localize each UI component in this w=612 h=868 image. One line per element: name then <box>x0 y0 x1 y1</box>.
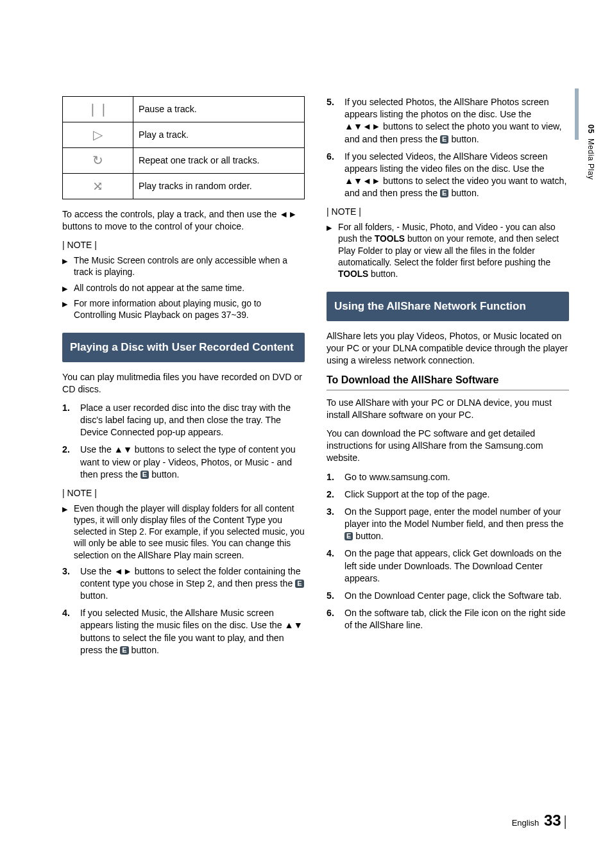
step-text: Place a user recorded disc into the disc… <box>80 402 305 439</box>
note-item: ▶Even though the player will display fol… <box>62 503 305 562</box>
step-list-b: 3.Use the ◄► buttons to select the folde… <box>62 565 305 656</box>
step-number: 2. <box>327 488 344 501</box>
note-text: For all folders, - Music, Photo, and Vid… <box>338 222 569 280</box>
step-item: 4.On the page that appears, click Get do… <box>327 547 569 585</box>
table-row: ⤨ Play tracks in random order. <box>63 174 305 199</box>
step-text: If you selected Videos, the AllShare Vid… <box>344 151 569 200</box>
section-heading-2: Using the AllShare Network Function <box>327 292 569 321</box>
enter-icon: E <box>440 135 448 144</box>
enter-icon: E <box>440 189 448 197</box>
step-text: On the Download Center page, click the S… <box>344 590 561 602</box>
step-text: If you selected Music, the Allshare Musi… <box>80 607 305 656</box>
step-item: 6.If you selected Videos, the AllShare V… <box>327 151 569 200</box>
control-desc: Play tracks in random order. <box>133 174 305 199</box>
page-footer: English 33 | <box>512 812 567 830</box>
para4: You can download the PC software and get… <box>327 428 569 465</box>
note-item: ▶For more information about playing musi… <box>62 298 305 321</box>
para3: To use AllShare with your PC or DLNA dev… <box>327 397 569 421</box>
step-number: 1. <box>327 471 344 483</box>
bullet-icon: ▶ <box>62 255 74 278</box>
play-icon: ▷ <box>63 122 133 148</box>
step-number: 4. <box>327 547 344 585</box>
step-number: 5. <box>327 96 344 146</box>
step-text: On the software tab, click the File icon… <box>344 607 569 631</box>
note-item: ▶For all folders, - Music, Photo, and Vi… <box>327 222 569 280</box>
note-list-right: ▶For all folders, - Music, Photo, and Vi… <box>327 222 569 280</box>
step-list-c: 5.If you selected Photos, the AllShare P… <box>327 96 569 199</box>
subsection-heading: To Download the AllShare Software <box>327 373 569 387</box>
bullet-icon: ▶ <box>62 298 74 321</box>
note-item: ▶The Music Screen controls are only acce… <box>62 255 305 278</box>
enter-icon: E <box>140 471 149 479</box>
step-number: 4. <box>62 607 80 656</box>
chapter-label: 05 Media Play <box>586 124 595 179</box>
step-text: Use the ▲▼ buttons to select the type of… <box>80 444 305 481</box>
note-header: | NOTE | <box>62 239 305 251</box>
step-item: 1.Go to www.samsung.com. <box>327 471 569 483</box>
step-number: 6. <box>327 151 344 200</box>
control-desc: Play a track. <box>133 122 305 148</box>
page-body: ❘❘ Pause a track. ▷ Play a track. ↻ Repe… <box>0 0 612 687</box>
note-item: ▶All controls do not appear at the same … <box>62 283 305 294</box>
step-text: If you selected Photos, the AllShare Pho… <box>344 96 569 146</box>
repeat-icon: ↻ <box>63 148 133 174</box>
section1-intro: You can play mulitmedia files you have r… <box>62 371 305 396</box>
step-item: 4.If you selected Music, the Allshare Mu… <box>62 607 305 656</box>
note-header: | NOTE | <box>327 206 569 218</box>
enter-icon: E <box>295 580 303 588</box>
control-desc: Pause a track. <box>133 97 305 122</box>
controls-table: ❘❘ Pause a track. ▷ Play a track. ↻ Repe… <box>62 96 305 199</box>
step-number: 5. <box>327 590 344 602</box>
bullet-icon: ▶ <box>327 222 338 280</box>
step-text: On the Support page, enter the model num… <box>344 506 569 543</box>
enter-icon: E <box>120 646 128 655</box>
left-column: ❘❘ Pause a track. ▷ Play a track. ↻ Repe… <box>62 96 305 662</box>
step-item: 5.On the Download Center page, click the… <box>327 590 569 602</box>
step-number: 3. <box>62 565 80 603</box>
step-list-d: 1.Go to www.samsung.com. 2.Click Support… <box>327 471 569 632</box>
step-item: 6.On the software tab, click the File ic… <box>327 607 569 631</box>
step-number: 6. <box>327 607 344 631</box>
step-text: Use the ◄► buttons to select the folder … <box>80 565 305 603</box>
step-item: 2.Click Support at the top of the page. <box>327 488 569 501</box>
step-item: 5.If you selected Photos, the AllShare P… <box>327 96 569 146</box>
enter-icon: E <box>344 532 353 540</box>
step-text: On the page that appears, click Get down… <box>344 547 569 585</box>
step-text: Click Support at the top of the page. <box>344 488 489 501</box>
step-text: Go to www.samsung.com. <box>344 471 450 483</box>
bullet-icon: ▶ <box>62 503 74 562</box>
table-row: ❘❘ Pause a track. <box>63 97 305 122</box>
shuffle-icon: ⤨ <box>63 174 133 199</box>
intro-text: To access the controls, play a track, an… <box>62 208 305 233</box>
step-item: 1.Place a user recorded disc into the di… <box>62 402 305 439</box>
step-number: 3. <box>327 506 344 543</box>
control-desc: Repeat one track or all tracks. <box>133 148 305 174</box>
bullet-icon: ▶ <box>62 283 74 294</box>
pause-icon: ❘❘ <box>63 97 133 122</box>
step-item: 3.On the Support page, enter the model n… <box>327 506 569 543</box>
page-number: 33 <box>544 812 561 829</box>
footer-lang: English <box>512 818 540 828</box>
chapter-title: Media Play <box>586 138 595 179</box>
table-row: ↻ Repeat one track or all tracks. <box>63 148 305 174</box>
step-item: 3.Use the ◄► buttons to select the folde… <box>62 565 305 603</box>
right-column: 5.If you selected Photos, the AllShare P… <box>327 96 569 662</box>
step-item: 2.Use the ▲▼ buttons to select the type … <box>62 444 305 481</box>
table-row: ▷ Play a track. <box>63 122 305 148</box>
chapter-tab <box>575 88 579 140</box>
note-header: | NOTE | <box>62 487 305 499</box>
step-list-a: 1.Place a user recorded disc into the di… <box>62 402 305 481</box>
chapter-number: 05 <box>586 124 595 133</box>
divider <box>327 390 569 390</box>
section-heading-1: Playing a Disc with User Recorded Conten… <box>62 333 305 362</box>
note-list-2: ▶Even though the player will display fol… <box>62 503 305 562</box>
note-list: ▶The Music Screen controls are only acce… <box>62 255 305 321</box>
section2-intro: AllShare lets you play Videos, Photos, o… <box>327 330 569 367</box>
step-number: 1. <box>62 402 80 439</box>
footer-bar: | <box>563 813 567 829</box>
step-number: 2. <box>62 444 80 481</box>
